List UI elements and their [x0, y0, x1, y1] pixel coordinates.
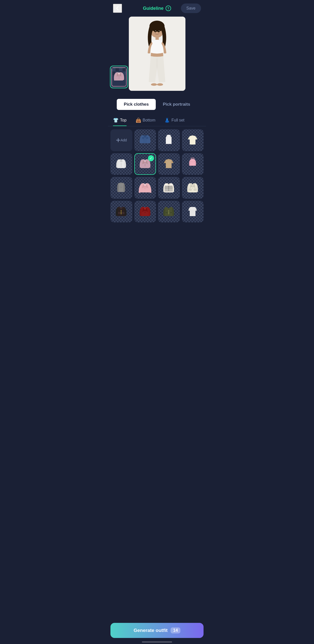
svg-point-60	[168, 210, 169, 211]
svg-point-59	[145, 212, 145, 213]
svg-rect-56	[118, 212, 120, 214]
add-label: Add	[121, 138, 127, 142]
pick-tabs: Pick clothes Pick portraits	[108, 96, 206, 113]
svg-rect-50	[194, 189, 196, 191]
tab-pick-portraits[interactable]: Pick portraits	[156, 99, 197, 110]
model-image	[129, 17, 185, 91]
header: Guideline ? Save	[108, 0, 206, 17]
help-icon[interactable]: ?	[166, 6, 171, 11]
svg-point-46	[168, 187, 169, 188]
svg-point-51	[192, 187, 193, 187]
clothes-item-olive-jacket[interactable]	[158, 201, 180, 223]
clothes-item-stripe-cardigan[interactable]	[158, 177, 180, 199]
add-plus-icon: +	[116, 136, 121, 144]
svg-point-35	[121, 166, 122, 167]
tab-top-label: Top	[120, 118, 127, 123]
svg-rect-49	[189, 189, 192, 191]
svg-rect-15	[112, 68, 115, 71]
cloth-visual	[161, 180, 177, 195]
bottom-icon: 👜	[136, 117, 141, 123]
svg-point-54	[121, 212, 122, 213]
svg-point-48	[168, 190, 169, 191]
svg-point-36	[145, 164, 145, 165]
clothes-item-white-top[interactable]	[158, 129, 180, 151]
svg-point-58	[145, 211, 145, 211]
cloth-visual	[137, 180, 153, 195]
header-title: Guideline ?	[143, 6, 171, 11]
svg-point-11	[159, 30, 159, 31]
thumbnail-image	[111, 67, 127, 87]
title-text: Guideline	[143, 6, 164, 11]
clothes-item-denim-jacket[interactable]	[134, 129, 156, 151]
fullset-icon: 👗	[164, 117, 170, 123]
svg-line-30	[170, 135, 171, 136]
svg-rect-17	[119, 68, 123, 71]
clothes-item-white-jacket[interactable]	[182, 177, 204, 199]
svg-point-62	[168, 213, 169, 214]
cloth-visual	[185, 156, 201, 172]
main-image-area	[108, 17, 206, 96]
clothes-item-white-cardigan[interactable]	[110, 153, 132, 175]
svg-point-61	[168, 212, 169, 213]
svg-rect-28	[146, 137, 148, 139]
svg-rect-16	[115, 68, 119, 71]
cloth-visual	[137, 204, 153, 219]
svg-point-9	[158, 30, 160, 32]
cloth-visual	[137, 132, 153, 148]
clothes-item-cream-tee[interactable]	[182, 129, 204, 151]
cloth-visual	[161, 156, 177, 172]
outfit-thumbnail[interactable]	[110, 66, 128, 88]
tab-top[interactable]: 👕 Top	[113, 115, 127, 126]
svg-point-55	[121, 213, 122, 214]
selected-check: ✓	[148, 155, 154, 161]
clothes-item-pink-blazer-selected[interactable]: ✓	[134, 153, 156, 175]
svg-point-13	[157, 83, 163, 86]
svg-point-8	[154, 30, 156, 32]
back-button[interactable]	[113, 4, 122, 13]
clothes-item-dark-jacket[interactable]	[110, 201, 132, 223]
save-button[interactable]: Save	[181, 4, 201, 13]
tab-bottom[interactable]: 👜 Bottom	[136, 115, 155, 126]
svg-rect-57	[123, 212, 125, 214]
svg-rect-27	[142, 137, 144, 139]
cloth-visual	[113, 180, 129, 195]
svg-point-33	[121, 163, 122, 164]
category-tabs: 👕 Top 👜 Bottom 👗 Full set	[108, 113, 206, 126]
cloth-visual	[185, 204, 201, 219]
clothes-item-pink-blazer2[interactable]	[134, 177, 156, 199]
cloth-visual	[185, 132, 201, 148]
svg-point-47	[168, 189, 169, 189]
cloth-visual	[161, 204, 177, 219]
svg-point-34	[121, 164, 122, 165]
clothes-item-add[interactable]: + Add	[110, 129, 132, 151]
cloth-visual	[185, 180, 201, 195]
cloth-visual	[161, 132, 177, 148]
tab-bottom-label: Bottom	[143, 118, 155, 123]
clothes-item-grey-top[interactable]	[110, 177, 132, 199]
cloth-visual	[113, 204, 129, 219]
svg-point-12	[151, 83, 157, 86]
svg-rect-63	[165, 212, 168, 214]
clothes-grid: + Add	[108, 126, 206, 248]
cloth-visual	[113, 156, 129, 172]
svg-point-23	[119, 76, 120, 77]
svg-rect-64	[170, 212, 173, 214]
top-icon: 👕	[113, 117, 119, 123]
clothes-item-beige-tee[interactable]	[158, 153, 180, 175]
svg-point-53	[121, 210, 122, 211]
svg-point-45	[168, 186, 169, 187]
svg-line-29	[167, 135, 167, 136]
clothes-item-white-knit[interactable]	[182, 201, 204, 223]
tab-fullset[interactable]: 👗 Full set	[164, 115, 184, 126]
svg-point-52	[192, 188, 193, 189]
tab-pick-clothes[interactable]: Pick clothes	[117, 99, 156, 110]
svg-point-24	[119, 78, 120, 78]
clothes-item-red-blazer[interactable]	[134, 201, 156, 223]
svg-point-10	[155, 30, 156, 31]
svg-point-37	[145, 165, 145, 166]
tab-fullset-label: Full set	[171, 118, 184, 123]
svg-rect-18	[123, 68, 126, 71]
clothes-item-pink-crop[interactable]	[182, 153, 204, 175]
